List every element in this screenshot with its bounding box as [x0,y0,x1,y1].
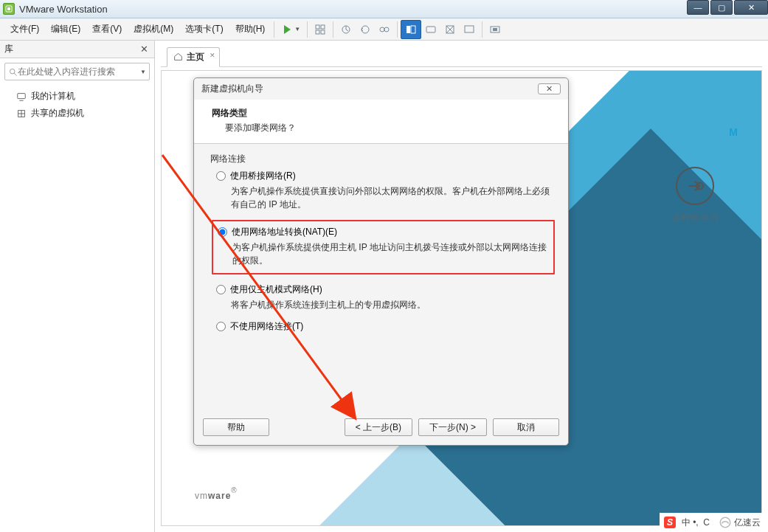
separator [397,21,398,38]
option-none[interactable]: 不使用网络连接(T) [210,320,552,333]
cancel-button[interactable]: 取消 [493,418,559,436]
option-label: 使用仅主机模式网络(H) [230,283,322,296]
svg-rect-5 [316,30,319,34]
menu-edit[interactable]: 编辑(E) [45,20,86,38]
maximize-button[interactable]: ▢ [710,0,733,15]
svg-rect-6 [321,30,325,34]
revert-icon[interactable] [356,21,375,38]
option-desc: 将客户机操作系统连接到主机上的专用虚拟网络。 [216,296,552,311]
unity-icon[interactable] [440,21,460,38]
tree-item-label: 我的计算机 [31,90,75,103]
m-badge: M [729,126,739,138]
svg-rect-12 [411,26,415,33]
minimize-button[interactable]: — [687,0,709,15]
manage-snapshot-icon[interactable] [375,21,394,38]
svg-point-10 [384,27,389,32]
dialog-subheading: 要添加哪类网络？ [212,120,556,134]
window-controls: — ▢ ✕ [685,0,768,15]
tree-item-shared-vm[interactable]: 共享的虚拟机 [6,105,148,122]
dialog-title: 新建虚拟机向导 [201,83,263,95]
home-icon [173,52,183,63]
tab-home[interactable]: 主页 ✕ [167,47,220,67]
sogou-icon[interactable]: S [664,517,676,528]
sidebar-title: 库 [4,43,13,55]
menu-tabs[interactable]: 选项卡(T) [179,20,229,38]
option-label: 使用网络地址转换(NAT)(E) [232,226,337,238]
svg-rect-17 [493,28,497,31]
separator [333,21,333,38]
search-dropdown-icon[interactable]: ▼ [140,69,146,75]
svg-line-19 [14,73,16,75]
new-vm-wizard-dialog: 新建虚拟机向导 ✕ 网络类型 要添加哪类网络？ 网络连接 使用桥接网络(R) 为… [193,77,569,446]
ime-indicator[interactable]: 中 •, C [679,515,713,531]
option-desc: 为客户机操作系统提供直接访问外部以太网网络的权限。客户机在外部网络上必须有自己的… [216,182,552,211]
svg-marker-2 [284,25,291,34]
snapshot-icon[interactable] [336,21,356,38]
svg-rect-3 [316,25,319,29]
svg-point-8 [361,26,369,33]
dialog-close-button[interactable]: ✕ [538,83,561,94]
menu-help[interactable]: 帮助(H) [229,20,271,38]
search-input[interactable] [18,66,137,77]
free-look-icon[interactable] [485,21,505,38]
tab-label: 主页 [187,51,204,63]
app-icon [3,3,15,15]
svg-point-27 [720,517,730,528]
help-button[interactable]: 帮助 [203,418,269,436]
shared-icon [16,108,27,119]
sidebar-search[interactable]: ▼ [4,63,150,80]
library-sidebar: 库 ✕ ▼ 我的计算机 共享的虚拟机 [0,41,155,532]
menu-bar: 文件(F) 编辑(E) 查看(V) 虚拟机(M) 选项卡(T) 帮助(H) ▼ [0,18,768,41]
back-button[interactable]: < 上一步(B) [345,418,412,436]
option-hostonly[interactable]: 使用仅主机模式网络(H) 将客户机操作系统连接到主机上的专用虚拟网络。 [210,283,552,311]
menu-vm[interactable]: 虚拟机(M) [128,20,179,38]
dialog-heading: 网络类型 [212,107,556,120]
title-bar: VMware Workstation — ▢ ✕ [0,0,768,18]
vmware-logo: vmware® [195,484,238,503]
option-label: 不使用网络连接(T) [230,320,303,333]
window-title: VMware Workstation [19,4,108,15]
connect-remote-card[interactable]: 远程服务器 [647,167,743,224]
option-nat[interactable]: 使用网络地址转换(NAT)(E) 为客户机操作系统提供使用主机 IP 地址访问主… [212,220,555,274]
search-icon [8,67,18,77]
svg-rect-1 [7,7,10,10]
group-label-network: 网络连接 [210,153,552,165]
svg-rect-4 [321,25,325,29]
tree-item-my-computer[interactable]: 我的计算机 [6,88,148,105]
thumbnail-view-icon[interactable] [421,21,440,38]
svg-rect-11 [407,26,410,33]
option-label: 使用桥接网络(R) [230,170,296,182]
menu-view[interactable]: 查看(V) [86,20,128,38]
svg-rect-13 [426,27,435,32]
radio-nat[interactable] [218,227,227,237]
close-button[interactable]: ✕ [734,0,768,15]
connect-remote-icon [676,167,714,205]
next-button[interactable]: 下一步(N) > [418,418,487,436]
connect-remote-label: 远程服务器 [647,211,743,224]
tab-strip: 主页 ✕ [161,46,762,67]
separator [274,21,274,38]
menu-file[interactable]: 文件(F) [4,20,45,38]
sidebar-close-icon[interactable]: ✕ [139,44,150,55]
system-tray: S 中 •, C 亿速云 [660,513,768,532]
separator [482,21,482,38]
tab-close-icon[interactable]: ✕ [210,52,215,59]
svg-point-9 [380,27,384,32]
radio-hostonly[interactable] [216,285,226,294]
power-on-button[interactable]: ▼ [277,21,304,38]
svg-rect-20 [18,93,26,98]
option-desc: 为客户机操作系统提供使用主机 IP 地址访问主机拨号连接或外部以太网网络连接的权… [218,238,549,267]
oobe-icon[interactable] [311,21,330,38]
brand-badge: 亿速云 [716,514,764,531]
dialog-header: 网络类型 要添加哪类网络？ [194,100,568,144]
option-bridged[interactable]: 使用桥接网络(R) 为客户机操作系统提供直接访问外部以太网网络的权限。客户机在外… [210,170,552,211]
radio-bridged[interactable] [216,171,226,181]
radio-none[interactable] [216,322,226,331]
tree-item-label: 共享的虚拟机 [31,107,84,120]
svg-rect-15 [465,26,474,32]
console-view-button[interactable] [401,20,421,39]
separator [307,21,308,38]
computer-icon [16,91,27,102]
svg-point-18 [10,69,15,74]
fullscreen-icon[interactable] [460,21,479,38]
